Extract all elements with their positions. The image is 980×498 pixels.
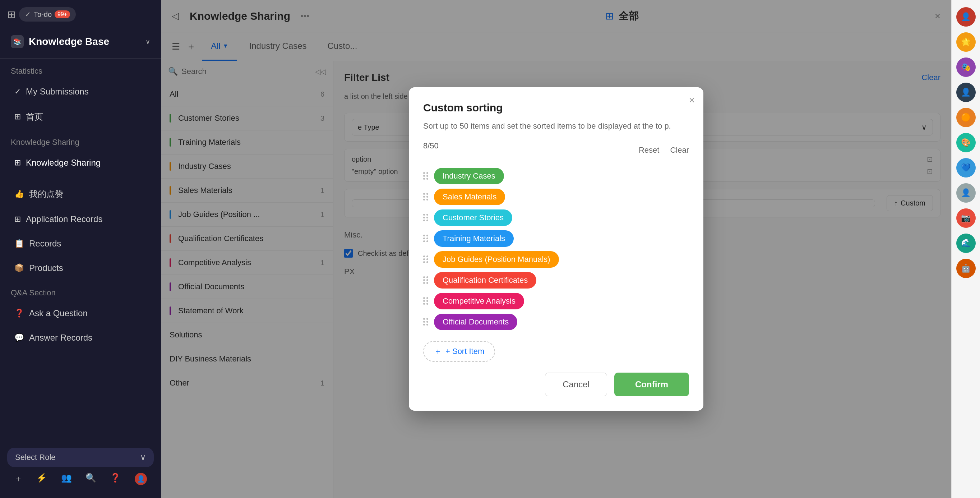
- sidebar-item-knowledge-sharing[interactable]: ⊞ Knowledge Sharing: [3, 151, 158, 174]
- sidebar-item-products[interactable]: 📦 Products: [3, 256, 158, 280]
- knowledge-sharing-label: Knowledge Sharing: [26, 158, 100, 168]
- avatar-9[interactable]: 🌊: [956, 234, 976, 253]
- select-role-chevron-icon: ∨: [140, 453, 146, 462]
- drag-handle-competitive[interactable]: [423, 297, 428, 305]
- select-role-dropdown[interactable]: Select Role ∨: [7, 448, 154, 467]
- sidebar-item-my-submissions[interactable]: ✓ My Submissions: [3, 80, 158, 103]
- products-icon: 📦: [14, 263, 24, 273]
- todo-count: 99+: [55, 10, 70, 18]
- drag-handle-sales-materials[interactable]: [423, 193, 428, 200]
- add-icon[interactable]: ＋: [14, 473, 22, 485]
- avatar-10[interactable]: 🤖: [956, 259, 976, 278]
- cancel-button[interactable]: Cancel: [545, 372, 607, 396]
- main-area: ◁ Knowledge Sharing ••• ⊞ 全部 × ☰ ＋ All ▼…: [161, 0, 951, 498]
- sidebar-header-icon: 📚: [11, 35, 24, 48]
- select-role-label: Select Role: [15, 453, 56, 462]
- app-grid-icon[interactable]: ⊞: [7, 9, 16, 21]
- my-submissions-label: My Submissions: [26, 87, 89, 97]
- homepage-label: 首页: [26, 111, 43, 123]
- knowledge-sharing-icon: ⊞: [14, 158, 21, 167]
- drag-handle-training-materials[interactable]: [423, 235, 428, 242]
- user-avatar-icon[interactable]: 👤: [135, 473, 147, 485]
- avatar-4[interactable]: 🟠: [956, 108, 976, 127]
- knowledge-sharing-section-label: Knowledge Sharing: [0, 130, 161, 151]
- records-icon: 📋: [14, 239, 24, 248]
- avatar-5[interactable]: 🎨: [956, 133, 976, 152]
- sort-tag-qual-certs: Qualification Certificates: [434, 272, 536, 288]
- sidebar-item-application-records[interactable]: ⊞ Application Records: [3, 208, 158, 231]
- sort-item-training-materials: Training Materials: [423, 230, 689, 247]
- sort-item-job-guides: Job Guides (Position Manuals): [423, 251, 689, 268]
- sort-tag-competitive: Competitive Analysis: [434, 293, 524, 309]
- help-icon[interactable]: ❓: [110, 473, 121, 485]
- users-icon[interactable]: 👥: [61, 473, 72, 485]
- add-sort-item-button[interactable]: ＋ + Sort Item: [423, 341, 495, 362]
- homepage-icon: ⊞: [14, 112, 21, 121]
- add-sort-item-label: + Sort Item: [445, 347, 484, 356]
- sort-item-industry-cases: Industry Cases: [423, 168, 689, 184]
- confirm-button[interactable]: Confirm: [614, 372, 689, 396]
- my-submissions-icon: ✓: [14, 87, 21, 96]
- sort-item-competitive-analysis: Competitive Analysis: [423, 293, 689, 309]
- drag-handle-customer-stories[interactable]: [423, 214, 428, 221]
- sidebar-header: 📚 Knowledge Base ∨: [0, 25, 161, 59]
- avatar-3[interactable]: 👤: [956, 83, 976, 102]
- sidebar-header-title: Knowledge Base: [29, 36, 109, 48]
- todo-label: To-do: [34, 10, 52, 19]
- sidebar-item-records[interactable]: 📋 Records: [3, 232, 158, 255]
- modal-footer: Cancel Confirm: [423, 372, 689, 396]
- sort-tag-training-materials: Training Materials: [434, 230, 514, 247]
- qa-section-label: Q&A Section: [0, 280, 161, 301]
- sidebar: ⊞ ✓ To-do 99+ 📚 Knowledge Base ∨ Statist…: [0, 0, 161, 498]
- custom-sorting-modal: × Custom sorting Sort up to 50 items and…: [409, 88, 703, 410]
- answer-records-label: Answer Records: [29, 333, 92, 343]
- todo-badge-area[interactable]: ✓ To-do 99+: [19, 7, 76, 22]
- modal-overlay: × Custom sorting Sort up to 50 items and…: [161, 0, 951, 498]
- app-records-label: Application Records: [26, 214, 102, 224]
- my-likes-icon: 👍: [14, 189, 24, 199]
- sort-item-customer-stories: Customer Stories: [423, 210, 689, 226]
- answer-records-icon: 💬: [14, 333, 24, 342]
- drag-handle-qual-certs[interactable]: [423, 276, 428, 284]
- modal-description: Sort up to 50 items and set the sorted i…: [423, 119, 689, 132]
- sort-tag-customer-stories: Customer Stories: [434, 210, 512, 226]
- sidebar-bottom: Select Role ∨ ＋ ⚡ 👥 🔍 ❓ 👤: [0, 441, 161, 498]
- sort-tag-job-guides: Job Guides (Position Manuals): [434, 251, 559, 268]
- drag-handle-official-docs[interactable]: [423, 318, 428, 326]
- avatar-7[interactable]: 👤: [956, 183, 976, 203]
- sort-item-sales-materials: Sales Materials: [423, 189, 689, 205]
- ask-question-icon: ❓: [14, 309, 24, 318]
- drag-handle-job-guides[interactable]: [423, 256, 428, 263]
- avatar-2[interactable]: 🎭: [956, 57, 976, 77]
- avatar-1[interactable]: 🌟: [956, 32, 976, 52]
- clear-sort-button[interactable]: Clear: [670, 145, 689, 155]
- sort-tag-industry-cases: Industry Cases: [434, 168, 504, 184]
- drag-handle-industry-cases[interactable]: [423, 172, 428, 180]
- sidebar-item-homepage[interactable]: ⊞ 首页: [3, 105, 158, 129]
- sort-tag-sales-materials: Sales Materials: [434, 189, 505, 205]
- avatar-0[interactable]: 👤: [956, 7, 976, 27]
- avatars-sidebar: 👤 🌟 🎭 👤 🟠 🎨 💙 👤 📷 🌊 🤖: [951, 0, 980, 498]
- lightning-icon[interactable]: ⚡: [36, 473, 47, 485]
- todo-check-icon: ✓: [25, 10, 31, 19]
- add-sort-item-icon: ＋: [434, 346, 442, 357]
- sort-item-qualification-certs: Qualification Certificates: [423, 272, 689, 288]
- sidebar-expand-icon[interactable]: ∨: [145, 38, 150, 46]
- search-icon[interactable]: 🔍: [86, 473, 96, 485]
- sidebar-item-answer-records[interactable]: 💬 Answer Records: [3, 326, 158, 349]
- modal-close-button[interactable]: ×: [689, 94, 695, 106]
- statistics-section-label: Statistics: [0, 59, 161, 80]
- sidebar-item-my-likes[interactable]: 👍 我的点赞: [3, 182, 158, 206]
- records-label: Records: [29, 239, 61, 249]
- products-label: Products: [29, 263, 63, 273]
- ask-question-label: Ask a Question: [29, 308, 88, 318]
- sort-tag-official-docs: Official Documents: [434, 313, 517, 330]
- avatar-6[interactable]: 💙: [956, 158, 976, 178]
- avatar-8[interactable]: 📷: [956, 208, 976, 228]
- sort-item-official-docs: Official Documents: [423, 313, 689, 330]
- sidebar-item-ask-question[interactable]: ❓ Ask a Question: [3, 302, 158, 325]
- app-records-icon: ⊞: [14, 215, 21, 224]
- modal-counter: 8/50: [423, 141, 439, 151]
- my-likes-label: 我的点赞: [29, 188, 64, 200]
- reset-button[interactable]: Reset: [639, 145, 659, 155]
